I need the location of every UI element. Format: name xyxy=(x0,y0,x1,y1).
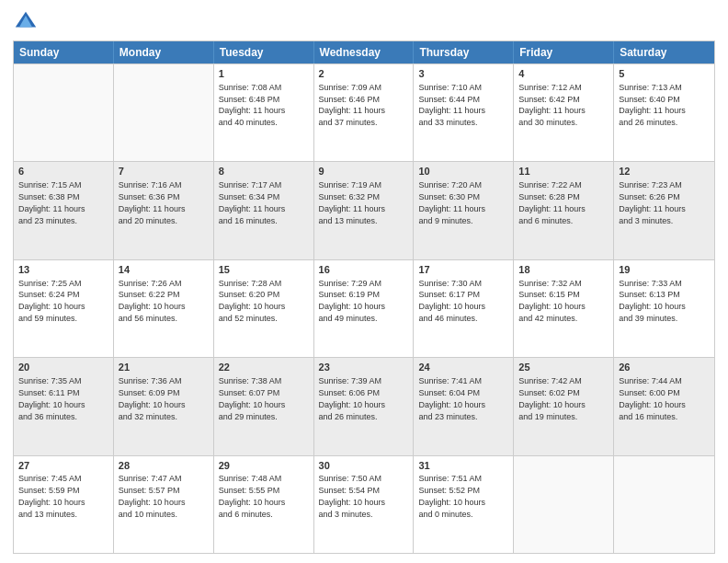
day-number: 10 xyxy=(418,165,508,178)
day-number: 23 xyxy=(319,361,409,374)
calendar-week-5: 27Sunrise: 7:45 AMSunset: 5:59 PMDayligh… xyxy=(14,455,714,553)
day-cell-9: 9Sunrise: 7:19 AMSunset: 6:32 PMDaylight… xyxy=(314,162,415,259)
day-cell-10: 10Sunrise: 7:20 AMSunset: 6:30 PMDayligh… xyxy=(414,162,514,259)
header xyxy=(13,9,715,35)
cell-info: Sunrise: 7:22 AMSunset: 6:28 PMDaylight:… xyxy=(518,180,586,224)
cell-info: Sunrise: 7:29 AMSunset: 6:19 PMDaylight:… xyxy=(319,279,386,323)
page: SundayMondayTuesdayWednesdayThursdayFrid… xyxy=(0,0,728,563)
cell-info: Sunrise: 7:15 AMSunset: 6:38 PMDaylight:… xyxy=(18,180,85,224)
empty-cell xyxy=(514,456,614,553)
day-number: 8 xyxy=(219,165,309,178)
cell-info: Sunrise: 7:51 AMSunset: 5:52 PMDaylight:… xyxy=(418,474,485,518)
day-cell-11: 11Sunrise: 7:22 AMSunset: 6:28 PMDayligh… xyxy=(514,162,614,259)
day-cell-25: 25Sunrise: 7:42 AMSunset: 6:02 PMDayligh… xyxy=(514,358,614,454)
day-header-tuesday: Tuesday xyxy=(214,41,314,63)
cell-info: Sunrise: 7:23 AMSunset: 6:26 PMDaylight:… xyxy=(619,180,686,224)
calendar-week-4: 20Sunrise: 7:35 AMSunset: 6:11 PMDayligh… xyxy=(14,357,714,454)
day-cell-22: 22Sunrise: 7:38 AMSunset: 6:07 PMDayligh… xyxy=(214,358,314,454)
cell-info: Sunrise: 7:19 AMSunset: 6:32 PMDaylight:… xyxy=(319,180,386,224)
day-number: 9 xyxy=(319,165,409,178)
day-header-sunday: Sunday xyxy=(14,41,114,63)
day-cell-5: 5Sunrise: 7:13 AMSunset: 6:40 PMDaylight… xyxy=(614,64,714,161)
cell-info: Sunrise: 7:47 AMSunset: 5:57 PMDaylight:… xyxy=(119,474,186,518)
calendar-header: SundayMondayTuesdayWednesdayThursdayFrid… xyxy=(14,41,714,63)
day-number: 16 xyxy=(319,263,409,277)
day-number: 19 xyxy=(619,263,710,277)
cell-info: Sunrise: 7:42 AMSunset: 6:02 PMDaylight:… xyxy=(518,376,586,420)
day-cell-6: 6Sunrise: 7:15 AMSunset: 6:38 PMDaylight… xyxy=(14,162,114,259)
day-cell-19: 19Sunrise: 7:33 AMSunset: 6:13 PMDayligh… xyxy=(614,260,714,357)
cell-info: Sunrise: 7:28 AMSunset: 6:20 PMDaylight:… xyxy=(219,279,286,323)
day-number: 5 xyxy=(619,67,710,81)
day-number: 4 xyxy=(518,67,609,81)
cell-info: Sunrise: 7:38 AMSunset: 6:07 PMDaylight:… xyxy=(219,376,286,420)
day-cell-7: 7Sunrise: 7:16 AMSunset: 6:36 PMDaylight… xyxy=(114,162,214,259)
day-cell-30: 30Sunrise: 7:50 AMSunset: 5:54 PMDayligh… xyxy=(314,456,415,553)
cell-info: Sunrise: 7:35 AMSunset: 6:11 PMDaylight:… xyxy=(18,376,85,420)
day-cell-24: 24Sunrise: 7:41 AMSunset: 6:04 PMDayligh… xyxy=(414,358,514,454)
cell-info: Sunrise: 7:39 AMSunset: 6:06 PMDaylight:… xyxy=(319,376,386,420)
logo xyxy=(13,9,42,35)
cell-info: Sunrise: 7:33 AMSunset: 6:13 PMDaylight:… xyxy=(619,279,686,323)
day-number: 21 xyxy=(119,361,209,374)
day-number: 22 xyxy=(219,361,309,374)
day-number: 2 xyxy=(319,67,409,81)
day-number: 30 xyxy=(319,459,409,473)
cell-info: Sunrise: 7:36 AMSunset: 6:09 PMDaylight:… xyxy=(119,376,186,420)
day-cell-16: 16Sunrise: 7:29 AMSunset: 6:19 PMDayligh… xyxy=(314,260,415,357)
day-number: 13 xyxy=(18,263,108,277)
day-number: 14 xyxy=(119,263,209,277)
cell-info: Sunrise: 7:25 AMSunset: 6:24 PMDaylight:… xyxy=(18,279,85,323)
day-cell-14: 14Sunrise: 7:26 AMSunset: 6:22 PMDayligh… xyxy=(114,260,214,357)
day-cell-13: 13Sunrise: 7:25 AMSunset: 6:24 PMDayligh… xyxy=(14,260,114,357)
day-number: 1 xyxy=(219,67,309,81)
cell-info: Sunrise: 7:41 AMSunset: 6:04 PMDaylight:… xyxy=(418,376,485,420)
day-cell-15: 15Sunrise: 7:28 AMSunset: 6:20 PMDayligh… xyxy=(214,260,314,357)
logo-icon xyxy=(13,9,39,35)
cell-info: Sunrise: 7:13 AMSunset: 6:40 PMDaylight:… xyxy=(619,83,686,127)
calendar-week-2: 6Sunrise: 7:15 AMSunset: 6:38 PMDaylight… xyxy=(14,161,714,259)
day-number: 3 xyxy=(418,67,508,81)
day-number: 17 xyxy=(418,263,508,277)
calendar: SundayMondayTuesdayWednesdayThursdayFrid… xyxy=(13,40,715,554)
day-number: 29 xyxy=(219,459,309,473)
day-cell-29: 29Sunrise: 7:48 AMSunset: 5:55 PMDayligh… xyxy=(214,456,314,553)
day-header-thursday: Thursday xyxy=(414,41,514,63)
empty-cell xyxy=(614,456,714,553)
day-cell-18: 18Sunrise: 7:32 AMSunset: 6:15 PMDayligh… xyxy=(514,260,614,357)
cell-info: Sunrise: 7:08 AMSunset: 6:48 PMDaylight:… xyxy=(219,83,286,127)
empty-cell xyxy=(14,64,114,161)
day-number: 25 xyxy=(518,361,609,374)
cell-info: Sunrise: 7:30 AMSunset: 6:17 PMDaylight:… xyxy=(418,279,485,323)
day-number: 31 xyxy=(418,459,508,473)
day-number: 7 xyxy=(119,165,209,178)
day-cell-17: 17Sunrise: 7:30 AMSunset: 6:17 PMDayligh… xyxy=(414,260,514,357)
day-number: 12 xyxy=(619,165,710,178)
day-cell-28: 28Sunrise: 7:47 AMSunset: 5:57 PMDayligh… xyxy=(114,456,214,553)
empty-cell xyxy=(114,64,214,161)
day-number: 15 xyxy=(219,263,309,277)
day-cell-23: 23Sunrise: 7:39 AMSunset: 6:06 PMDayligh… xyxy=(314,358,415,454)
day-number: 18 xyxy=(518,263,609,277)
calendar-week-1: 1Sunrise: 7:08 AMSunset: 6:48 PMDaylight… xyxy=(14,63,714,161)
day-header-wednesday: Wednesday xyxy=(314,41,415,63)
day-number: 24 xyxy=(418,361,508,374)
day-cell-12: 12Sunrise: 7:23 AMSunset: 6:26 PMDayligh… xyxy=(614,162,714,259)
day-cell-1: 1Sunrise: 7:08 AMSunset: 6:48 PMDaylight… xyxy=(214,64,314,161)
day-cell-21: 21Sunrise: 7:36 AMSunset: 6:09 PMDayligh… xyxy=(114,358,214,454)
cell-info: Sunrise: 7:16 AMSunset: 6:36 PMDaylight:… xyxy=(119,180,186,224)
day-cell-4: 4Sunrise: 7:12 AMSunset: 6:42 PMDaylight… xyxy=(514,64,614,161)
cell-info: Sunrise: 7:50 AMSunset: 5:54 PMDaylight:… xyxy=(319,474,386,518)
calendar-week-3: 13Sunrise: 7:25 AMSunset: 6:24 PMDayligh… xyxy=(14,259,714,357)
cell-info: Sunrise: 7:09 AMSunset: 6:46 PMDaylight:… xyxy=(319,83,386,127)
day-cell-8: 8Sunrise: 7:17 AMSunset: 6:34 PMDaylight… xyxy=(214,162,314,259)
day-number: 26 xyxy=(619,361,710,374)
cell-info: Sunrise: 7:48 AMSunset: 5:55 PMDaylight:… xyxy=(219,474,286,518)
day-header-monday: Monday xyxy=(114,41,214,63)
cell-info: Sunrise: 7:17 AMSunset: 6:34 PMDaylight:… xyxy=(219,180,286,224)
cell-info: Sunrise: 7:44 AMSunset: 6:00 PMDaylight:… xyxy=(619,376,686,420)
day-number: 20 xyxy=(18,361,108,374)
day-number: 27 xyxy=(18,459,108,473)
day-cell-2: 2Sunrise: 7:09 AMSunset: 6:46 PMDaylight… xyxy=(314,64,415,161)
cell-info: Sunrise: 7:12 AMSunset: 6:42 PMDaylight:… xyxy=(518,83,586,127)
